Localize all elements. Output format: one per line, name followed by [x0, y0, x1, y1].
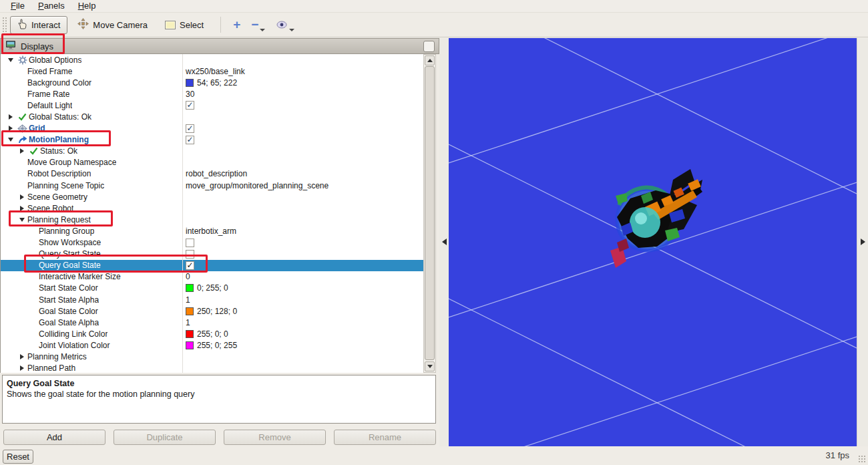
- add-button[interactable]: Add: [3, 430, 105, 445]
- scrollbar-up-button[interactable]: [425, 55, 435, 65]
- tree-row-default-light[interactable]: Default Light✓: [1, 100, 423, 111]
- tree-row-planning-metrics[interactable]: Planning Metrics: [1, 351, 423, 362]
- checkbox-checked[interactable]: ✓: [186, 101, 194, 110]
- tree-row-value[interactable]: 0; 255; 0: [186, 283, 228, 294]
- check-icon: [27, 147, 40, 155]
- tree-row-value[interactable]: robot_description: [186, 168, 247, 180]
- menu-panels[interactable]: Panels: [31, 0, 71, 12]
- tree-column-divider[interactable]: [182, 54, 183, 373]
- tree-row-value[interactable]: [186, 237, 194, 249]
- expand-arrow-icon[interactable]: [20, 206, 24, 211]
- expand-arrow-icon[interactable]: [20, 354, 24, 359]
- tree-row-scene-geometry[interactable]: Scene Geometry: [1, 191, 423, 202]
- tree-row-status-ok[interactable]: Status: Ok: [1, 146, 423, 157]
- rename-button[interactable]: Rename: [334, 430, 436, 445]
- value-text: 1: [186, 295, 190, 305]
- tree-row-move-group-namespace[interactable]: Move Group Namespace: [1, 157, 423, 168]
- tree-row-label: Global Options: [29, 55, 81, 65]
- displays-panel-header[interactable]: Displays: [0, 38, 439, 54]
- tree-row-planned-path[interactable]: Planned Path: [1, 363, 423, 373]
- tree-row-value[interactable]: 1: [186, 294, 190, 305]
- tree-row-value[interactable]: ✓: [186, 134, 194, 146]
- checkbox-checked[interactable]: ✓: [186, 261, 194, 270]
- duplicate-button[interactable]: Duplicate: [114, 430, 216, 445]
- collapse-arrow-icon[interactable]: [8, 58, 13, 62]
- tree-row-start-state-color[interactable]: Start State Color0; 255; 0: [1, 283, 423, 294]
- remove-button[interactable]: Remove: [224, 430, 326, 445]
- tree-row-scene-robot[interactable]: Scene Robot: [1, 202, 423, 214]
- tree-row-interactive-marker-size[interactable]: Interactive Marker Size0: [1, 271, 423, 283]
- scrollbar-down-button[interactable]: [425, 361, 435, 371]
- tree-row-global-options[interactable]: Global Options: [1, 54, 423, 65]
- menu-help[interactable]: Help: [71, 0, 103, 12]
- chevron-down-icon[interactable]: [289, 29, 294, 31]
- menu-file[interactable]: File: [4, 0, 31, 12]
- tree-row-planning-group[interactable]: Planning Groupinterbotix_arm: [1, 225, 423, 237]
- window-resize-grip[interactable]: [858, 455, 866, 463]
- tree-row-value[interactable]: interbotix_arm: [186, 225, 236, 237]
- chevron-down-icon[interactable]: [260, 29, 265, 31]
- tree-row-goal-state-alpha[interactable]: Goal State Alpha1: [1, 317, 423, 328]
- tree-row-joint-violation-color[interactable]: Joint Violation Color255; 0; 255: [1, 339, 423, 351]
- expand-arrow-icon[interactable]: [9, 114, 13, 120]
- tree-row-value[interactable]: 30: [186, 88, 194, 100]
- tree-row-value[interactable]: 54; 65; 222: [186, 77, 237, 88]
- collapse-arrow-icon[interactable]: [19, 218, 25, 222]
- tree-row-value[interactable]: ✓: [186, 123, 194, 134]
- checkbox-unchecked[interactable]: [186, 250, 194, 259]
- tree-row-planning-request[interactable]: Planning Request: [1, 214, 423, 225]
- tree-row-fixed-frame[interactable]: Fixed Framewx250/base_link: [1, 65, 423, 77]
- focus-camera-button[interactable]: [276, 18, 294, 32]
- tree-row-label: Goal State Color: [39, 307, 98, 316]
- select-button[interactable]: Select: [158, 16, 211, 34]
- tree-row-label: Robot Description: [27, 169, 91, 178]
- checkbox-checked[interactable]: ✓: [186, 136, 194, 144]
- tree-row-grid[interactable]: Grid✓: [1, 123, 423, 134]
- tree-row-colliding-link-color[interactable]: Colliding Link Color255; 0; 0: [1, 328, 423, 339]
- tree-row-motionplanning[interactable]: MotionPlanning✓: [1, 134, 423, 146]
- tree-row-frame-rate[interactable]: Frame Rate30: [1, 88, 423, 100]
- move-camera-button[interactable]: Move Camera: [70, 16, 155, 34]
- panel-splitter-left[interactable]: [439, 38, 449, 446]
- panel-float-button[interactable]: [423, 41, 435, 52]
- scrollbar-thumb[interactable]: [425, 66, 435, 360]
- tree-row-planning-scene-topic[interactable]: Planning Scene Topicmove_group/monitored…: [1, 180, 423, 191]
- panel-splitter-right[interactable]: [857, 38, 868, 446]
- tree-row-show-workspace[interactable]: Show Workspace: [1, 237, 423, 249]
- tree-row-start-state-alpha[interactable]: Start State Alpha1: [1, 294, 423, 305]
- tree-row-query-goal-state[interactable]: Query Goal State✓: [1, 260, 423, 271]
- tree-row-value[interactable]: 0: [186, 271, 190, 283]
- expand-arrow-icon[interactable]: [20, 194, 24, 200]
- tree-row-value[interactable]: 250; 128; 0: [186, 305, 237, 317]
- reset-button[interactable]: Reset: [3, 450, 33, 464]
- value-text: robot_description: [186, 169, 247, 178]
- toolbar-grip[interactable]: [2, 17, 7, 33]
- checkbox-unchecked[interactable]: [186, 239, 194, 247]
- tree-row-value[interactable]: 255; 0; 0: [186, 328, 228, 339]
- expand-arrow-icon[interactable]: [9, 126, 13, 131]
- zoom-out-button[interactable]: −: [251, 18, 265, 31]
- collapse-right-icon[interactable]: [861, 239, 865, 245]
- collapse-left-icon[interactable]: [442, 239, 447, 245]
- tree-row-global-status-ok[interactable]: Global Status: Ok: [1, 111, 423, 122]
- render-viewport-3d[interactable]: [449, 38, 857, 446]
- expand-arrow-icon[interactable]: [20, 365, 24, 371]
- tree-row-query-start-state[interactable]: Query Start State: [1, 249, 423, 260]
- tree-row-background-color[interactable]: Background Color54; 65; 222: [1, 77, 423, 88]
- tree-row-label: Grid: [29, 124, 45, 133]
- tree-row-value[interactable]: move_group/monitored_planning_scene: [186, 180, 329, 191]
- tree-row-value[interactable]: [186, 249, 194, 260]
- tree-scrollbar[interactable]: [423, 54, 436, 373]
- tree-row-robot-description[interactable]: Robot Descriptionrobot_description: [1, 168, 423, 180]
- interact-button[interactable]: Interact: [10, 16, 67, 34]
- tree-row-value[interactable]: ✓: [186, 260, 194, 271]
- tree-row-goal-state-color[interactable]: Goal State Color250; 128; 0: [1, 305, 423, 317]
- collapse-arrow-icon[interactable]: [8, 138, 13, 142]
- tree-row-value[interactable]: 1: [186, 317, 190, 328]
- zoom-in-button[interactable]: +: [233, 18, 240, 31]
- tree-row-value[interactable]: wx250/base_link: [186, 65, 245, 77]
- expand-arrow-icon[interactable]: [20, 148, 24, 154]
- checkbox-checked[interactable]: ✓: [186, 124, 194, 133]
- tree-row-value[interactable]: ✓: [186, 100, 194, 111]
- tree-row-value[interactable]: 255; 0; 255: [186, 339, 237, 351]
